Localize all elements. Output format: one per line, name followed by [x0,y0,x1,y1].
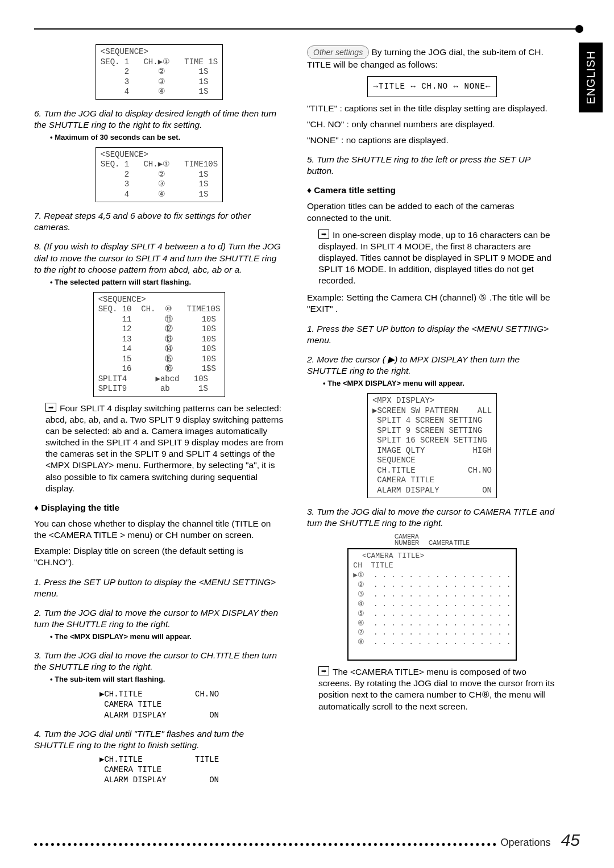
mpx-display-box: <MPX DISPLAY> ▶SCREEN SW PATTERN ALL SPL… [367,393,497,498]
camera-note-2-text: The <CAMERA TITLE> menu is composed of t… [318,667,554,711]
heading-displaying-title: Displaying the title [34,502,284,514]
disp-step-1: 1. Press the SET UP button to display th… [34,577,284,599]
note-split-patterns: ➡Four SPLIT 4 display switching patterns… [45,403,284,494]
sequence-box-2: <SEQUENCE> SEQ. 1 CH.▶① TIME10S 2 ② 1S 3… [96,147,223,203]
ch-title-snippet-2: ▶CH.TITLE TITLE CAMERA TITLE ALARM DISPL… [99,754,219,786]
disp-step-2: 2. Turn the JOG dial to move the cursor … [34,607,284,630]
camera-step-3: 3. Turn the JOG dial to move the cursor … [307,506,557,529]
camera-note-1: ➡In one-screen display mode, up to 16 ch… [318,229,557,287]
note-icon-3: ➡ [318,666,329,675]
camera-body-1: Operation titles can be added to each of… [307,201,557,223]
step-7: 7. Repeat steps 4,5 and 6 above to fix s… [34,210,284,233]
disp-step-3: 3. Turn the JOG dial to move the cursor … [34,650,284,673]
camera-title-box: <CAMERA TITLE> CH TITLE ▶① . . . . . . .… [347,548,516,661]
sequence-box-3: <SEQUENCE> SEQ. 10 CH. ⑩ TIME10S 11 ⑪ 10… [93,292,226,397]
ch-title-snippet-1: ▶CH.TITLE CH.NO CAMERA TITLE ALARM DISPL… [99,689,219,720]
none-caption-line: "NONE" : no captions are displayed. [307,135,557,146]
displaying-body-1: You can chose whether to display the cha… [34,518,284,541]
ch-snippet-1-text: ▶CH.TITLE CH.NO CAMERA TITLE ALARM DISPL… [99,690,219,719]
footer: Operations 45 [34,829,580,851]
heading-camera-title: Camera title setting [307,185,557,196]
ch-snippet-2-text: ▶CH.TITLE TITLE CAMERA TITLE ALARM DISPL… [99,755,219,784]
camera-note-2: ➡The <CAMERA TITLE> menu is composed of … [318,666,557,712]
chno-caption-line: "CH. NO" : only channel numbers are disp… [307,119,557,130]
camera-title-labels: CAMERA NUMBER CAMERA TITLE [395,533,470,546]
other-settings-line: Other settings By turning the JOG dial, … [307,45,557,70]
title-caption-line: "TITLE" : captions set in the title disp… [307,103,557,114]
disp-bullet-3: • The sub-item will start flashing. [50,675,284,685]
right-step-5: 5. Turn the SHUTTLE ring to the left or … [307,154,557,177]
note-icon: ➡ [45,403,56,412]
camera-bullet-2: • The <MPX DISPLAY> menu will appear. [323,379,557,389]
note-icon-2: ➡ [318,229,329,239]
camera-note-text: In one-screen display mode, up to 16 cha… [318,230,551,286]
page-number: 45 [561,829,580,851]
note-text-1: Four SPLIT 4 display switching patterns … [45,403,283,493]
sequence-box-1: <SEQUENCE> SEQ. 1 CH.▶① TIME 1S 2 ② 1S 3… [96,44,223,100]
bullet-8: • The selected pattern will start flashi… [50,278,284,287]
title-flow-box: →TITLE ↔ CH.NO ↔ NONE← [367,76,497,97]
step-8: 8. (If you wish to display SPLIT 4 betwe… [34,241,284,275]
language-tab: ENGLISH [579,43,603,112]
bullet-6: • Maximum of 30 seconds can be set. [50,133,284,143]
disp-bullet-2: • The <MPX DISPLAY> menu will appear. [50,632,284,642]
step-6: 6. Turn the JOG dial to display desired … [34,108,284,131]
top-rule [34,28,580,30]
camera-step-1: 1. Press the SET UP button to display th… [307,323,557,346]
other-settings-badge: Other settings [307,45,369,59]
content-columns: <SEQUENCE> SEQ. 1 CH.▶① TIME 1S 2 ② 1S 3… [0,30,614,789]
camera-example: Example: Setting the Camera CH (channel)… [307,292,557,315]
displaying-body-2: Example: Display title on screen (the de… [34,545,284,568]
footer-dots [34,843,496,846]
footer-label: Operations [501,836,551,849]
camera-step-2: 2. Move the cursor ( ▶) to MPX DISPLAY t… [307,354,557,377]
left-column: <SEQUENCE> SEQ. 1 CH.▶① TIME 1S 2 ② 1S 3… [34,41,284,789]
right-column: Other settings By turning the JOG dial, … [307,41,557,789]
disp-step-4: 4. Turn the JOG dial until "TITLE" flash… [34,728,284,751]
